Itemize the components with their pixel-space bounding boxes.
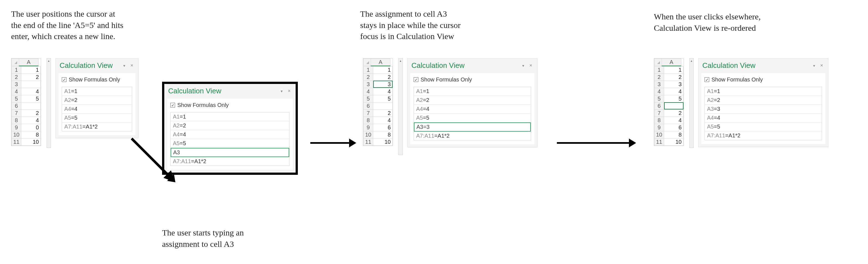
row-header[interactable]: 5 — [12, 95, 21, 102]
cell[interactable]: 4 — [21, 88, 41, 95]
close-icon[interactable]: × — [129, 63, 134, 68]
cell[interactable]: 2 — [373, 73, 393, 80]
formula-row[interactable]: A4=4 — [705, 113, 822, 123]
formula-row[interactable]: A7:A11=A1*2 — [705, 131, 822, 140]
checkbox-show-formulas[interactable]: ✓ — [414, 77, 418, 82]
formula-row[interactable]: A5=5 — [705, 123, 822, 131]
row-header[interactable]: 8 — [654, 117, 664, 124]
cell[interactable]: 8 — [664, 131, 683, 138]
formula-row[interactable]: A1=1 — [170, 112, 289, 121]
formula-row[interactable]: A3 — [170, 148, 289, 157]
formula-row[interactable]: A3=3 — [414, 123, 531, 132]
col-header-A[interactable]: A — [662, 59, 681, 66]
checkbox-show-formulas[interactable]: ✓ — [62, 77, 66, 82]
cell[interactable]: 5 — [21, 95, 41, 102]
cell[interactable]: 2 — [664, 109, 683, 117]
cell[interactable]: 2 — [21, 73, 41, 80]
cell[interactable]: 5 — [373, 95, 393, 102]
row-header[interactable]: 8 — [364, 117, 373, 124]
row-header[interactable]: 3 — [12, 80, 21, 88]
row-header[interactable]: 3 — [654, 80, 664, 88]
cell[interactable] — [373, 102, 393, 109]
row-header[interactable]: 2 — [364, 73, 373, 80]
row-header[interactable]: 1 — [654, 66, 664, 73]
cell[interactable]: 2 — [664, 73, 683, 80]
cell[interactable]: 4 — [21, 117, 41, 124]
cell[interactable]: 0 — [21, 124, 41, 131]
vertical-scrollbar[interactable]: ▴ — [398, 58, 403, 155]
row-header[interactable]: 10 — [654, 131, 664, 138]
selectall-triangle-icon[interactable] — [366, 61, 369, 64]
row-header[interactable]: 9 — [654, 124, 664, 131]
spreadsheet-grid-2[interactable]: A 112233445567284961081110 — [363, 58, 393, 146]
formula-row[interactable]: A4=4 — [62, 105, 132, 113]
row-header[interactable]: 1 — [12, 66, 21, 73]
scroll-up-icon[interactable]: ▴ — [399, 59, 403, 63]
scroll-up-icon[interactable]: ▴ — [689, 59, 693, 63]
cell[interactable]: 1 — [664, 66, 683, 73]
formula-row[interactable]: A5=5 — [62, 113, 132, 123]
formula-row[interactable]: A5=5 — [170, 139, 289, 148]
selectall-triangle-icon[interactable] — [657, 61, 660, 64]
cell[interactable] — [21, 80, 41, 88]
vertical-scrollbar[interactable]: ▴ — [689, 58, 694, 148]
formula-row[interactable]: A7:A11=A1*2 — [414, 132, 531, 140]
cell[interactable]: 4 — [373, 117, 393, 124]
chevron-down-icon[interactable]: ▾ — [122, 63, 127, 68]
row-header[interactable]: 9 — [364, 124, 373, 131]
row-header[interactable]: 8 — [12, 117, 21, 124]
cell[interactable]: 6 — [373, 124, 393, 131]
cell[interactable]: 8 — [373, 131, 393, 138]
cell[interactable]: 2 — [21, 109, 41, 117]
col-header-A[interactable]: A — [371, 59, 391, 66]
row-header[interactable]: 7 — [12, 109, 21, 117]
chevron-down-icon[interactable]: ▾ — [279, 89, 284, 93]
row-header[interactable]: 5 — [364, 95, 373, 102]
formula-row[interactable]: A7:A11=A1*2 — [170, 157, 289, 166]
cell[interactable]: 8 — [21, 131, 41, 138]
col-header-A[interactable]: A — [19, 59, 38, 66]
cell[interactable]: 4 — [664, 117, 683, 124]
cell[interactable]: 3 — [664, 80, 683, 88]
close-icon[interactable]: × — [528, 63, 533, 68]
row-header[interactable]: 4 — [654, 88, 664, 95]
chevron-down-icon[interactable]: ▾ — [521, 63, 526, 68]
cell[interactable]: 6 — [664, 124, 683, 131]
cell[interactable]: 1 — [21, 66, 41, 73]
row-header[interactable]: 6 — [12, 102, 21, 109]
formula-row[interactable]: A7:A11=A1*2 — [62, 123, 132, 131]
row-header[interactable]: 7 — [364, 109, 373, 117]
row-header[interactable]: 6 — [654, 102, 664, 109]
checkbox-show-formulas[interactable]: ✓ — [705, 77, 709, 82]
spreadsheet-grid-3[interactable]: A 112233445567284961081110 — [654, 58, 684, 146]
row-header[interactable]: 4 — [12, 88, 21, 95]
formula-row[interactable]: A1=1 — [705, 87, 822, 96]
row-header[interactable]: 2 — [654, 73, 664, 80]
row-header[interactable]: 9 — [12, 124, 21, 131]
formula-row[interactable]: A2=2 — [170, 121, 289, 130]
close-icon[interactable]: × — [286, 88, 292, 94]
selectall-triangle-icon[interactable] — [14, 61, 17, 64]
scroll-up-icon[interactable]: ▴ — [47, 59, 51, 63]
cell[interactable]: 10 — [664, 138, 683, 145]
formula-row[interactable]: A4=4 — [414, 105, 531, 113]
formula-row[interactable]: A2=2 — [705, 96, 822, 105]
close-icon[interactable]: × — [819, 63, 824, 68]
formula-row[interactable]: A4=4 — [170, 130, 289, 139]
cell[interactable]: 10 — [373, 138, 393, 145]
cell[interactable]: 4 — [664, 88, 683, 95]
vertical-scrollbar[interactable]: ▴ — [46, 58, 51, 148]
row-header[interactable]: 1 — [364, 66, 373, 73]
cell[interactable] — [21, 102, 41, 109]
row-header[interactable]: 5 — [654, 95, 664, 102]
cell[interactable]: 1 — [373, 66, 393, 73]
row-header[interactable]: 3 — [364, 80, 373, 88]
checkbox-show-formulas[interactable]: ✓ — [170, 103, 175, 107]
formula-row[interactable]: A5=5 — [414, 113, 531, 123]
row-header[interactable]: 10 — [12, 131, 21, 138]
row-header[interactable]: 11 — [364, 138, 373, 145]
cell[interactable]: 10 — [21, 138, 41, 145]
cell[interactable]: 4 — [373, 88, 393, 95]
spreadsheet-grid-1[interactable]: A 11223445567284901081110 — [11, 58, 41, 146]
row-header[interactable]: 11 — [12, 138, 21, 145]
